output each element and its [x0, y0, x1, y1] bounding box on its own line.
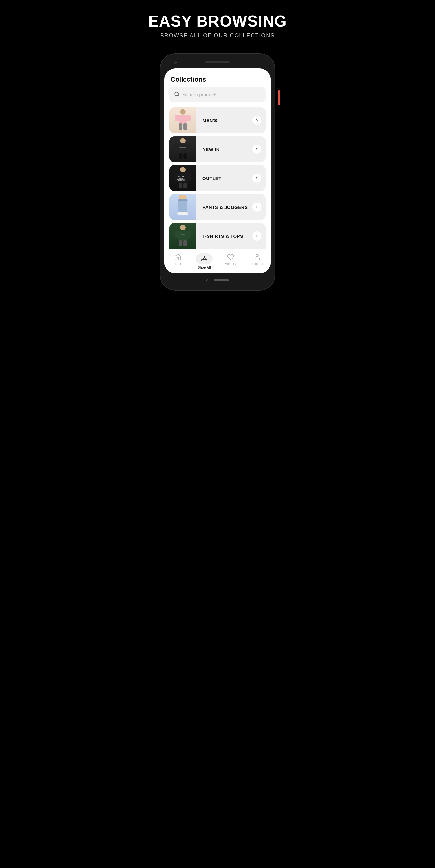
nav-label-shopall: Shop All: [198, 266, 211, 269]
bottom-nav: Home Shop All: [165, 250, 270, 273]
collection-name-newin: NEW IN: [196, 147, 253, 152]
svg-point-40: [256, 254, 259, 257]
phone-side-button: [278, 90, 279, 105]
home-icon: [174, 253, 181, 261]
svg-rect-32: [178, 230, 188, 241]
nav-item-account[interactable]: Account: [248, 253, 266, 269]
collection-item-newin[interactable]: NEW IN: [169, 136, 266, 162]
heart-icon: [227, 253, 234, 261]
svg-rect-33: [175, 230, 179, 239]
nav-item-shopall[interactable]: Shop All: [195, 253, 213, 269]
svg-rect-27: [183, 200, 188, 213]
svg-rect-28: [178, 199, 188, 201]
nav-item-home[interactable]: Home: [169, 253, 187, 269]
collection-image-pants: [169, 194, 196, 220]
svg-point-16: [180, 167, 186, 173]
svg-rect-6: [179, 123, 182, 130]
page-title: EASY BROWSING: [148, 12, 287, 30]
nav-item-wishlist[interactable]: Wishlist: [222, 253, 240, 269]
collection-name-mens: MEN'S: [196, 118, 253, 123]
chevron-icon-mens: [253, 116, 262, 125]
collection-item-outlet[interactable]: BETTER THAN YESTERDA OUTLET: [169, 165, 266, 191]
collection-name-pants: PANTS & JOGGERS: [196, 205, 253, 210]
svg-rect-11: [188, 144, 191, 152]
svg-text:YESTERDA: YESTERDA: [177, 179, 185, 181]
phone-top-bar: [165, 58, 270, 67]
chevron-icon-outlet: [253, 174, 262, 183]
collection-item-pants[interactable]: PANTS & JOGGERS: [169, 194, 266, 220]
svg-rect-23: [179, 183, 182, 188]
collection-item-mens[interactable]: MEN'S: [169, 107, 266, 133]
svg-rect-34: [187, 230, 191, 239]
screen-content: Collections Search products: [165, 68, 270, 273]
phone-screen: Collections Search products: [165, 68, 270, 273]
nav-label-wishlist: Wishlist: [225, 262, 236, 266]
person-icon: [254, 253, 261, 261]
svg-line-1: [178, 95, 179, 96]
nav-label-home: Home: [173, 262, 182, 266]
svg-rect-10: [174, 144, 178, 152]
collection-image-mens: [169, 107, 196, 133]
collections-list: MEN'S: [165, 107, 270, 250]
svg-text:THAN: THAN: [178, 177, 182, 179]
svg-point-30: [182, 212, 188, 215]
svg-rect-13: [179, 149, 185, 149]
search-icon: [174, 91, 179, 98]
collection-item-tshirts[interactable]: T-SHIRTS & TOPS: [169, 223, 266, 249]
svg-rect-19: [187, 173, 191, 181]
collection-name-tshirts: T-SHIRTS & TOPS: [196, 234, 253, 239]
chevron-icon-newin: [253, 145, 262, 154]
collection-name-outlet: OUTLET: [196, 176, 253, 181]
svg-point-8: [180, 138, 186, 144]
svg-rect-4: [175, 115, 179, 121]
svg-point-2: [180, 109, 186, 115]
svg-rect-38: [177, 258, 179, 260]
collection-image-tshirts: [169, 223, 196, 249]
hanger-icon: [201, 255, 208, 262]
chevron-icon-pants: [253, 203, 262, 212]
phone-speaker: [205, 61, 230, 63]
phone-bottom: ‹: [165, 273, 270, 286]
svg-rect-26: [178, 200, 182, 213]
search-bar[interactable]: Search products: [169, 87, 266, 102]
svg-rect-12: [179, 147, 187, 148]
svg-rect-14: [179, 153, 182, 159]
back-button[interactable]: ‹: [206, 277, 208, 283]
svg-rect-7: [183, 123, 187, 130]
phone-frame: Collections Search products: [160, 54, 275, 290]
collections-title: Collections: [165, 68, 270, 87]
collection-image-newin: [169, 136, 196, 162]
nav-label-account: Account: [251, 262, 263, 266]
search-input[interactable]: Search products: [182, 92, 218, 98]
svg-rect-37: [183, 240, 187, 246]
svg-rect-15: [183, 153, 187, 159]
chevron-icon-tshirts: [253, 231, 262, 241]
collection-image-outlet: BETTER THAN YESTERDA: [169, 165, 196, 191]
svg-rect-36: [179, 240, 182, 246]
home-pill[interactable]: [214, 279, 229, 281]
svg-point-31: [180, 225, 186, 230]
svg-rect-35: [181, 234, 185, 235]
svg-rect-5: [187, 115, 191, 121]
phone-camera: [173, 61, 176, 64]
page-subtitle: BROWSE ALL OF OUR COLLECTIONS: [148, 33, 287, 39]
svg-rect-24: [183, 183, 187, 188]
svg-rect-3: [179, 115, 187, 124]
